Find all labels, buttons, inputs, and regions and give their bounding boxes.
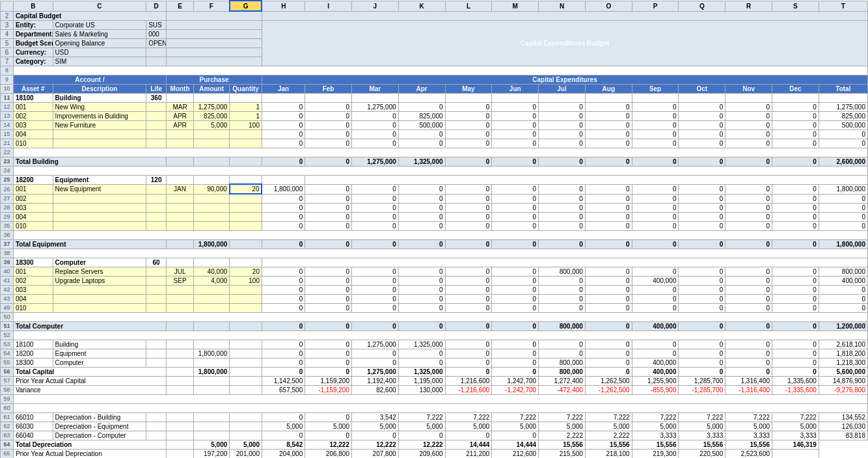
r29-desc[interactable] <box>53 212 146 221</box>
r14-month[interactable]: APR <box>167 120 194 129</box>
r42-life[interactable] <box>146 285 167 294</box>
r12-desc[interactable]: New Wing <box>53 102 146 111</box>
r35-life[interactable] <box>146 221 167 230</box>
r29-amount[interactable] <box>194 212 230 221</box>
r27-month[interactable] <box>167 194 194 203</box>
r15-desc[interactable] <box>53 129 146 139</box>
r13-qty[interactable]: 1 <box>230 111 262 120</box>
r15-qty[interactable] <box>230 129 262 139</box>
r43-qty[interactable] <box>230 294 262 303</box>
r21-qty[interactable] <box>230 139 262 148</box>
r40-month[interactable]: JUL <box>167 267 194 276</box>
r49-amount[interactable] <box>194 303 230 312</box>
r15-month[interactable] <box>167 129 194 139</box>
r43-month[interactable] <box>167 294 194 303</box>
r40-amount[interactable]: 40,000 <box>194 267 230 276</box>
r29-month[interactable] <box>167 212 194 221</box>
r13-asset[interactable]: 002 <box>13 111 53 120</box>
r42-asset[interactable]: 003 <box>13 285 53 294</box>
r21-life[interactable] <box>146 139 167 148</box>
r14-life[interactable] <box>146 120 167 129</box>
r43-amount[interactable] <box>194 294 230 303</box>
r35-month[interactable] <box>167 221 194 230</box>
r27-asset[interactable]: 002 <box>13 194 53 203</box>
r35-qty[interactable] <box>230 221 262 230</box>
r28-asset[interactable]: 003 <box>13 203 53 212</box>
r12-month[interactable]: MAR <box>167 102 194 111</box>
r15-amount[interactable] <box>194 129 230 139</box>
r41-desc[interactable]: Upgrade Laptops <box>53 276 146 285</box>
r49-desc[interactable] <box>53 303 146 312</box>
r27-amount[interactable] <box>194 194 230 203</box>
r14-desc[interactable]: New Furniture <box>53 120 146 129</box>
r27-qty[interactable] <box>230 194 262 203</box>
r12-amount[interactable]: 1,275,000 <box>194 102 230 111</box>
r21-desc[interactable] <box>53 139 146 148</box>
r42-amount[interactable] <box>194 285 230 294</box>
r21-asset[interactable]: 010 <box>13 139 53 148</box>
r12-asset[interactable]: 001 <box>13 102 53 111</box>
r13-month[interactable]: APR <box>167 111 194 120</box>
total-building-label: Total Building <box>13 157 166 166</box>
r28-life[interactable] <box>146 203 167 212</box>
r29-qty[interactable] <box>230 212 262 221</box>
r26-asset[interactable]: 001 <box>13 184 53 194</box>
r21-month[interactable] <box>167 139 194 148</box>
r49-life[interactable] <box>146 303 167 312</box>
r14-sep: 0 <box>632 120 679 129</box>
r12-life[interactable] <box>146 102 167 111</box>
r28-amount[interactable] <box>194 203 230 212</box>
r41-total: 400,000 <box>819 276 867 285</box>
r26-qty[interactable]: 20 <box>230 184 262 194</box>
r26-life[interactable] <box>146 184 167 194</box>
r29-life[interactable] <box>146 212 167 221</box>
r35-asset[interactable]: 010 <box>13 221 53 230</box>
r14-qty[interactable]: 100 <box>230 120 262 129</box>
r49-month[interactable] <box>167 303 194 312</box>
r13-amount[interactable]: 825,000 <box>194 111 230 120</box>
r40-desc[interactable]: Replace Servers <box>53 267 146 276</box>
r21-amount[interactable] <box>194 139 230 148</box>
mar-header: Mar <box>351 84 398 93</box>
r26-desc[interactable]: New Equipment <box>53 184 146 194</box>
r35-amount[interactable] <box>194 221 230 230</box>
r43-asset[interactable]: 004 <box>13 294 53 303</box>
r41-asset[interactable]: 002 <box>13 276 53 285</box>
r40-qty[interactable]: 20 <box>230 267 262 276</box>
r27-desc[interactable] <box>53 194 146 203</box>
r29-asset[interactable]: 004 <box>13 212 53 221</box>
r43-desc[interactable] <box>53 294 146 303</box>
r13-life[interactable] <box>146 111 167 120</box>
row-10-num: 10 <box>1 84 14 93</box>
r43-life[interactable] <box>146 294 167 303</box>
r41-life[interactable] <box>146 276 167 285</box>
r42-desc[interactable] <box>53 285 146 294</box>
r26-amount[interactable]: 90,000 <box>194 184 230 194</box>
r26-aug: 0 <box>585 184 632 194</box>
r35-desc[interactable] <box>53 221 146 230</box>
r42-month[interactable] <box>167 285 194 294</box>
r12-qty[interactable]: 1 <box>230 102 262 111</box>
r28-desc[interactable] <box>53 203 146 212</box>
r40-life[interactable] <box>146 267 167 276</box>
r15-asset[interactable]: 004 <box>13 129 53 139</box>
r41-month[interactable]: SEP <box>167 276 194 285</box>
r15-life[interactable] <box>146 129 167 139</box>
r14-asset[interactable]: 003 <box>13 120 53 129</box>
r42-qty[interactable] <box>230 285 262 294</box>
r13-jun: 0 <box>492 111 539 120</box>
r26-month[interactable]: JAN <box>167 184 194 194</box>
r27-life[interactable] <box>146 194 167 203</box>
r40-asset[interactable]: 001 <box>13 267 53 276</box>
r28-qty[interactable] <box>230 203 262 212</box>
r13-desc[interactable]: Improvements in Building <box>53 111 146 120</box>
r49-qty[interactable] <box>230 303 262 312</box>
r41-qty[interactable]: 100 <box>230 276 262 285</box>
r43-nov: 0 <box>726 294 772 303</box>
r28-month[interactable] <box>167 203 194 212</box>
budget-value: Opening Balance <box>53 38 146 47</box>
r63-jun: 0 <box>492 431 539 440</box>
r49-asset[interactable]: 010 <box>13 303 53 312</box>
r41-amount[interactable]: 4,000 <box>194 276 230 285</box>
r14-amount[interactable]: 5,000 <box>194 120 230 129</box>
